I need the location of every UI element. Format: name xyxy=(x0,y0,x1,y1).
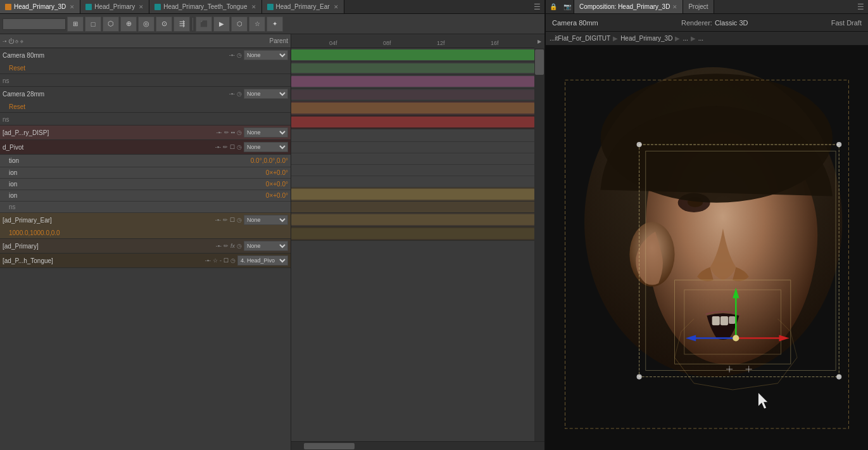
toolbar-btn-11[interactable]: ☆ xyxy=(249,16,265,32)
layer-list: Camera 80mm -▪- ◷ None Reset xyxy=(0,48,291,450)
breadcrumb-item-1[interactable]: ...itFlat_For_DIGITUT xyxy=(550,35,610,42)
layer-row-teeth-tongue[interactable]: [ad_P...h_Tongue] -▪- ☆ - ☐ ◷ 4. Head_Pi… xyxy=(0,254,291,267)
layer-parent-disp[interactable]: None xyxy=(244,127,288,138)
layer-pencil4-icon: ✏ xyxy=(223,144,228,150)
layer-row-disp[interactable]: [ad_P...ry_DISP] -▪- ✏ ▪▪ ◷ None xyxy=(0,125,291,139)
tab-close-head-primary-ear[interactable]: ✕ xyxy=(334,4,339,10)
toolbar-btn-2[interactable]: □ xyxy=(85,16,101,32)
layer-value-prop3: 0×+0.0° xyxy=(266,192,288,199)
ruler-mark-16f: 16f xyxy=(491,40,499,46)
layer-cube4-icon: ☐ xyxy=(230,144,235,150)
layer-dash5-icon: -▪- xyxy=(215,217,221,223)
tab-label-composition: Composition: Head_Primary_3D xyxy=(579,3,670,10)
layer-row-camera28[interactable]: Camera 28mm -▪- ◷ None xyxy=(0,87,291,101)
layer-value-ear: 1000.0,1000.0,0.0 xyxy=(9,229,60,236)
breadcrumb-item-2[interactable]: Head_Primary_3D xyxy=(620,35,672,42)
track-scrollbar[interactable] xyxy=(534,48,544,441)
layer-parent-camera80[interactable]: None xyxy=(244,50,288,60)
search-input[interactable] xyxy=(3,18,66,30)
layer-star7-icon: ☆ xyxy=(213,257,218,264)
layer-row-pivot[interactable]: d_Pivot -▪- ✏ ☐ ◷ None xyxy=(0,140,291,154)
tab-head-primary-ear[interactable]: Head_Primary_Ear ✕ xyxy=(262,0,344,13)
layer-cube7-icon: ☐ xyxy=(223,257,229,264)
toolbar-btn-3[interactable]: ⬡ xyxy=(103,16,119,32)
layer-clock4-icon: ◷ xyxy=(237,144,242,150)
reset-label-camera28[interactable]: Reset xyxy=(9,103,25,110)
breadcrumb-sep-1: ▶ xyxy=(613,35,618,42)
layer-item-camera80: Camera 80mm -▪- ◷ None Reset xyxy=(0,48,291,74)
svg-point-23 xyxy=(637,375,642,380)
layer-name-camera28: Camera 28mm xyxy=(3,91,227,98)
reset-label-camera80[interactable]: Reset xyxy=(9,65,25,72)
tab-label-project: Project xyxy=(688,3,708,10)
tab-head-primary-teeth[interactable]: Head_Primary_Teeth_Tongue ✕ xyxy=(149,0,261,13)
toolbar-btn-12[interactable]: ✦ xyxy=(267,16,283,32)
toolbar-btn-4[interactable]: ⊕ xyxy=(120,16,137,32)
tab-menu-button-right[interactable]: ☰ xyxy=(853,0,868,13)
toolbar-btn-1[interactable]: ⊞ xyxy=(67,16,84,32)
toolbar-btn-8[interactable]: ⬛ xyxy=(196,16,212,32)
track-row-camera28 xyxy=(291,75,544,89)
track-row-prop3 xyxy=(291,165,544,176)
layer-item-empty2: ns xyxy=(0,113,291,125)
layer-clock5-icon: ◷ xyxy=(237,217,242,223)
tab-close-composition[interactable]: ✕ xyxy=(672,4,677,10)
layer-parent-pivot[interactable]: None xyxy=(244,142,288,152)
toolbar-btn-7[interactable]: ⇶ xyxy=(173,16,190,32)
ruler-mark-04f: 04f xyxy=(329,40,337,46)
toolbar-btn-9[interactable]: ▶ xyxy=(213,16,230,32)
breadcrumb-item-3[interactable]: ... xyxy=(682,35,688,42)
toolbar-btn-6[interactable]: ⊙ xyxy=(156,16,172,32)
tab-icon-head-primary xyxy=(85,4,92,10)
tab-head-primary[interactable]: Head_Primary ✕ xyxy=(80,0,149,13)
svg-point-21 xyxy=(836,142,841,147)
tab-menu-button-left[interactable]: ☰ xyxy=(530,0,544,13)
layer-item-ear: [ad_Primary_Ear] -▪- ✏ ☐ ◷ None 1000.0,1… xyxy=(0,213,291,239)
layer-parent-teeth-tongue[interactable]: 4. Head_Pivo xyxy=(237,255,288,266)
tab-close-head-primary[interactable]: ✕ xyxy=(139,4,144,10)
layer-row-ear[interactable]: [ad_Primary_Ear] -▪- ✏ ☐ ◷ None xyxy=(0,213,291,227)
tab-label-head-primary-3d: Head_Primary_3D xyxy=(14,3,66,10)
layer-name-head-primary-row: [ad_Primary] xyxy=(3,243,214,250)
layer-clock-icon: ◷ xyxy=(237,52,242,58)
track-row-ear-sub xyxy=(291,202,544,213)
tab-head-primary-3d[interactable]: Head_Primary_3D ✕ xyxy=(0,0,80,13)
layer-pencil6-icon: ✏ xyxy=(223,243,229,249)
layer-row-head-primary[interactable]: [ad_Primary] -▪- ✏ fx ◷ None xyxy=(0,239,291,253)
layer-row-ear-value: 1000.0,1000.0,0.0 xyxy=(0,227,291,238)
timeline-scroll-right-btn[interactable]: ▶ xyxy=(534,34,544,48)
layer-name-rotation: tion xyxy=(9,157,251,164)
breadcrumb-sep-3: ▶ xyxy=(691,35,696,42)
tab-label-head-primary: Head_Primary xyxy=(94,3,135,10)
tab-label-head-primary-ear: Head_Primary_Ear xyxy=(276,3,330,10)
tab-icon-head-primary-3d xyxy=(5,4,11,10)
tab-composition[interactable]: Composition: Head_Primary_3D ✕ xyxy=(574,0,683,13)
tab-project[interactable]: Project xyxy=(683,0,714,13)
layer-dash2-icon: -▪- xyxy=(229,91,235,97)
toolbar-btn-5[interactable]: ◎ xyxy=(138,16,154,32)
toolbar-btn-10[interactable]: ⬡ xyxy=(231,16,248,32)
layer-pencil3-icon: ✏ xyxy=(224,129,229,136)
layer-item-ns: ns xyxy=(0,202,291,213)
timeline-hscroll[interactable] xyxy=(291,441,544,450)
tab-icon-head-primary-teeth xyxy=(154,4,161,10)
svg-rect-2 xyxy=(720,316,728,325)
track-row-rotation xyxy=(291,129,544,142)
layer-row-camera80[interactable]: Camera 80mm -▪- ◷ None xyxy=(0,48,291,62)
layer-minus7-icon: - xyxy=(220,257,222,264)
breadcrumb-item-4[interactable]: ... xyxy=(698,35,703,42)
track-row-camera80 xyxy=(291,48,544,62)
layer-parent-camera28[interactable]: None xyxy=(244,89,288,99)
track-scrollbar-thumb[interactable] xyxy=(535,49,544,75)
tab-icon-head-primary-ear xyxy=(267,4,274,10)
layer-parent-ear[interactable]: None xyxy=(244,215,288,225)
tab-close-head-primary-3d[interactable]: ✕ xyxy=(70,4,75,10)
hscroll-thumb[interactable] xyxy=(304,443,355,449)
layer-parent-head-primary[interactable]: None xyxy=(244,241,288,251)
layer-item-teeth-tongue: [ad_P...h_Tongue] -▪- ☆ - ☐ ◷ 4. Head_Pi… xyxy=(0,254,291,268)
layer-name-prop2: ion xyxy=(9,181,266,188)
tab-close-head-primary-teeth[interactable]: ✕ xyxy=(251,4,256,10)
svg-rect-1 xyxy=(712,316,720,325)
layer-clock6-icon: ◷ xyxy=(237,243,242,249)
viewport-3d[interactable] xyxy=(546,46,868,450)
